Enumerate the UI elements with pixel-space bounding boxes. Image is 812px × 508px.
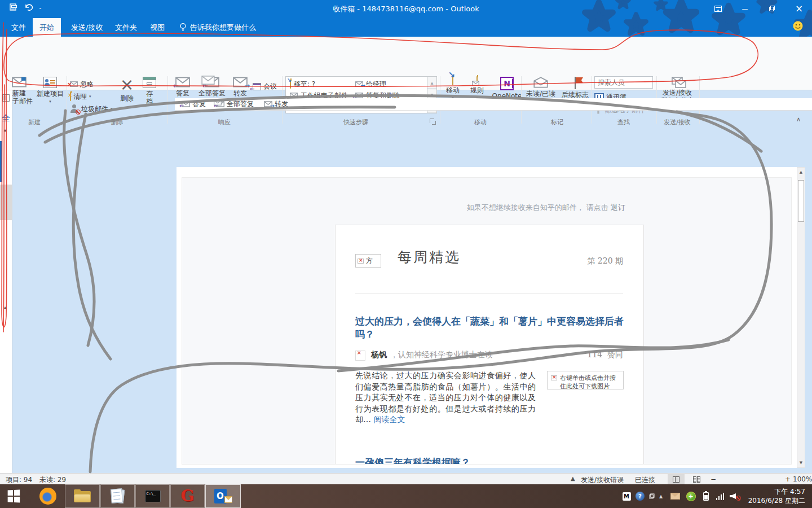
blocked-image-placeholder[interactable]: 右键单击或点击并按住此处可下载图片 — [547, 371, 624, 389]
taskbar-clock[interactable]: 下午 4:57 2016/6/28 星期二 — [748, 487, 805, 505]
quicksteps-dialog-launcher-icon[interactable] — [430, 119, 436, 125]
tray-volume-muted-icon[interactable] — [727, 484, 743, 508]
sort-triangle-icon[interactable]: ▴ — [4, 128, 6, 133]
minimize-button[interactable]: — — [735, 0, 754, 17]
taskbar-cmd-button[interactable]: C:\_ — [135, 484, 170, 508]
tray-network-signal-icon[interactable] — [713, 484, 727, 508]
cleanup-button[interactable]: × 清理 ▾ — [70, 91, 91, 102]
reply-button[interactable]: ← 答复 — [170, 77, 195, 97]
scrollbar-thumb[interactable] — [798, 180, 804, 222]
junk-button[interactable]: 垃圾邮件 ▾ — [70, 103, 113, 115]
unread-read-button[interactable]: 未读/已读 — [524, 77, 557, 98]
delete-button[interactable]: × 删除 — [115, 77, 139, 102]
move-to-folder-icon: → — [290, 80, 291, 88]
onenote-button[interactable]: N OneNote — [491, 77, 523, 100]
taskbar-g-app-button[interactable]: G — [170, 484, 205, 508]
tray-mail-icon[interactable] — [668, 484, 682, 508]
group-label-send-receive: 发送/接收 — [655, 118, 699, 126]
unsubscribe-line: 如果不想继续接收来自知乎的邮件， 请点击 退订 — [467, 203, 625, 213]
quickstep-move-to[interactable]: → 移至: ? — [290, 79, 315, 89]
tray-battery-icon[interactable] — [699, 484, 713, 508]
ignore-button[interactable]: × 忽略 — [70, 78, 94, 90]
rules-button[interactable]: 规则 ▾ — [466, 77, 488, 100]
meeting-icon: ← — [253, 83, 261, 90]
pane-scrollbar-thumb[interactable] — [0, 185, 12, 220]
newsletter-logo-broken-image: 方 — [355, 254, 381, 268]
to-manager-icon: → — [355, 81, 363, 87]
junk-icon — [70, 104, 79, 113]
window-title: 收件箱 - 1484738116@qq.com - Outlook — [0, 4, 812, 14]
send-receive-error[interactable]: 发送/接收错误 — [581, 475, 624, 485]
zoom-level[interactable]: 100% — [793, 475, 812, 483]
ribbon-tab-row: 文件 开始 发送/接收 文件夹 视图 告诉我你想要做什么 — [0, 17, 812, 37]
feedback-smiley-icon[interactable] — [793, 21, 803, 33]
ribbon-display-options-button[interactable]: ▴ — [708, 0, 727, 17]
reading-pane-toolbar: ← 答复 ← 全部答复 → 转发 — [175, 98, 812, 111]
expand-pane-icon[interactable] — [2, 94, 10, 102]
onenote-icon: N — [500, 77, 514, 90]
taskbar-outlook-button[interactable]: O — [205, 484, 241, 508]
reading-view-button[interactable] — [688, 474, 705, 484]
tab-home[interactable]: 开始 — [33, 18, 61, 37]
windows-logo-icon — [8, 490, 20, 503]
scroll-up-button[interactable]: ▲ — [797, 168, 805, 177]
tab-file[interactable]: 文件 — [5, 18, 33, 37]
new-items-button[interactable]: 新建项目 ▾ — [35, 77, 65, 104]
sort-triangle-icon: ▴ — [4, 305, 6, 310]
start-button[interactable] — [0, 484, 27, 508]
article-title-link[interactable]: 一孕傻三年有科学根据嘛？ — [355, 456, 627, 465]
reply-delete-icon: ← — [355, 93, 363, 98]
taskbar: C:\_ G O M ? ▲ + 下午 4:57 2016/6/28 星期二 — [0, 484, 812, 508]
forward-button[interactable]: → 转发 — [229, 77, 251, 97]
tray-360-safe-icon[interactable]: + — [683, 484, 698, 508]
group-label-tags: 标记 — [523, 118, 591, 126]
tab-view[interactable]: 视图 — [143, 18, 171, 37]
move-button[interactable]: → 移动 ▾ — [442, 77, 464, 100]
archive-button[interactable]: 存档 — [141, 77, 158, 106]
gallery-scroll-up[interactable]: ▲ — [427, 77, 436, 89]
taskbar-notepad-button[interactable] — [100, 484, 135, 508]
tray-help-icon[interactable]: ? — [633, 484, 647, 508]
taskbar-explorer-button[interactable] — [65, 484, 100, 508]
taskbar-firefox-button[interactable] — [35, 484, 61, 508]
inline-forward-button[interactable]: → 转发 — [264, 99, 288, 109]
group-label-new: 新建 — [5, 118, 64, 126]
close-button[interactable]: × — [789, 0, 809, 17]
inline-reply-button[interactable]: ← 答复 — [182, 99, 206, 109]
zoom-out-button[interactable]: − — [710, 475, 716, 483]
reply-all-button[interactable]: ← 全部答复 — [196, 77, 228, 97]
all-mail-filter[interactable]: 全 — [2, 113, 10, 124]
follow-up-flag-icon — [570, 77, 580, 89]
outlook-icon: O — [214, 489, 232, 503]
show-hidden-icons-button[interactable]: ▲ — [655, 484, 667, 508]
collapse-ribbon-chevron-icon[interactable]: ∧ — [796, 116, 801, 123]
group-label-find: 查找 — [592, 118, 655, 126]
author-avatar-broken-image — [355, 351, 365, 361]
tray-m-app-icon[interactable]: M — [619, 484, 634, 508]
tellme-box[interactable]: 告诉我你想要做什么 — [173, 18, 263, 37]
g-app-icon: G — [181, 488, 195, 504]
scroll-down-button[interactable]: ▼ — [797, 458, 805, 467]
item-count: 项目: 94 — [6, 475, 32, 485]
command-prompt-icon: C:\_ — [145, 490, 161, 502]
tab-folder[interactable]: 文件夹 — [108, 18, 144, 37]
inline-reply-all-button[interactable]: ← 全部答复 — [216, 99, 254, 109]
unsubscribe-link[interactable]: 退订 — [611, 203, 625, 212]
zoom-in-button[interactable]: + — [785, 475, 791, 483]
search-people-input[interactable] — [594, 76, 653, 89]
author-name[interactable]: 杨钒 — [371, 350, 387, 360]
read-more-link[interactable]: 阅读全文 — [373, 415, 405, 424]
group-label-move: 移动 — [441, 118, 520, 126]
reading-pane-scrollbar: ▲ ▼ — [797, 167, 805, 468]
meeting-button[interactable]: ← 会议 — [253, 81, 277, 92]
newsletter-card: 方 每周精选 第 220 期 过大的压力，会使得人在「蔬菜」和「薯片」中更容易选… — [335, 225, 644, 465]
tab-send-receive[interactable]: 发送/接收 — [64, 18, 109, 37]
normal-view-button[interactable] — [668, 474, 685, 484]
quickstep-to-manager[interactable]: → 给经理 — [355, 79, 386, 89]
outlook-window: ⌄ 收件箱 - 1484738116@qq.com - Outlook ▴ — … — [0, 0, 812, 508]
article-title-link[interactable]: 过大的压力，会使得人在「蔬菜」和「薯片」中更容易选择后者吗？ — [355, 315, 627, 341]
author-description: ，认知神经科学专业博士在读 — [390, 350, 493, 360]
restore-button[interactable] — [762, 0, 782, 17]
window-header: ⌄ 收件箱 - 1484738116@qq.com - Outlook ▴ — … — [0, 0, 812, 37]
article-excerpt: 先说结论，过大的压力确实会影响进食偏好，使人们偏爱高热量高脂肪的食品（如薯片）。… — [355, 370, 536, 426]
